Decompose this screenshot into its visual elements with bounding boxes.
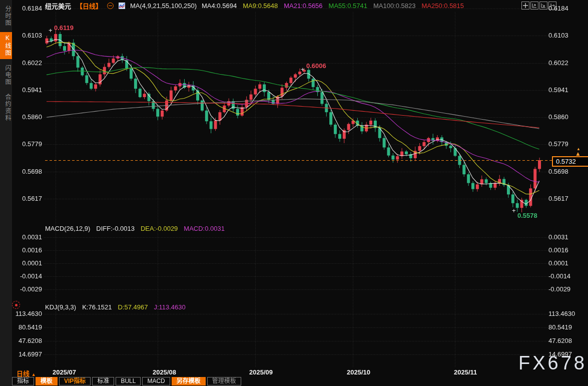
- main-axis-label-right-5: 0.5779: [548, 140, 579, 148]
- swing-high-marker: +: [49, 27, 53, 34]
- sidebar-item-kline[interactable]: K线图: [0, 32, 12, 59]
- main-axis-label-left-4: 0.5860: [11, 113, 42, 121]
- macd-hist-value: MACD:0.0031: [184, 225, 225, 232]
- x-axis-label-1: 2025/08: [153, 368, 176, 376]
- sidebar-item-tab3[interactable]: 合约资料: [0, 91, 12, 124]
- main-axis-label-right-2: 0.6022: [548, 59, 579, 67]
- kdj-j-value: J:113.4630: [154, 303, 185, 311]
- kdj-axis-label-right-3: 14.6997: [548, 350, 579, 358]
- ma-value-4: MA100:0.5823: [373, 2, 416, 10]
- x-axis-row: 日线 ▲ 2025/072025/082025/092025/102025/11: [0, 368, 588, 377]
- kdj-settings-label: KDJ(9,3,3): [45, 303, 76, 311]
- sidebar-item-tab0[interactable]: 分时图: [0, 3, 12, 29]
- period-tag: 【日线】: [76, 1, 102, 11]
- main-axis-label-left-6: 0.5698: [11, 168, 42, 175]
- scale-axis-left-icon[interactable]: [530, 2, 538, 10]
- main-axis-label-right-4: 0.5860: [548, 113, 579, 121]
- main-axis-label-left-1: 0.6103: [11, 32, 42, 39]
- symbol-title: 纽元美元: [45, 1, 71, 11]
- macd-axis-label-left-1: 0.0016: [11, 246, 42, 254]
- swing-low-marker: +: [512, 207, 516, 214]
- sidebar: 分时图K线图闪电图合约资料: [0, 0, 12, 386]
- scale-axis-right-icon[interactable]: [539, 2, 547, 10]
- kdj-axis-label-left-1: 80.5419: [11, 323, 42, 331]
- macd-dea-value: DEA:-0.0029: [141, 225, 178, 232]
- collapse-icon[interactable]: [107, 3, 114, 9]
- swing-low-annotation: 0.5578: [517, 212, 537, 219]
- kdj-d-value: D:57.4967: [118, 303, 148, 311]
- price-up-arrow-icon: ▲: [575, 151, 581, 157]
- x-axis-label-3: 2025/10: [347, 368, 370, 376]
- secondary-high-annotation: 0.6006: [306, 62, 326, 70]
- trading-app: 分时图K线图闪电图合约资料 纽元美元 【日线】 MA(4,9,21,55,100…: [0, 0, 588, 386]
- macd-diff-value: DIFF:-0.0013: [96, 225, 135, 232]
- period-selector-arrow-icon: ▲: [32, 372, 36, 377]
- main-axis-label-left-3: 0.5941: [11, 86, 42, 94]
- bottom-toolbar: 指标模板VIP指标标准BULLMACD另存模板管理模板: [12, 377, 241, 385]
- kdj-axis-label-left-3: 14.6997: [11, 350, 42, 358]
- main-axis-label-right-0: 0.6184: [548, 5, 579, 12]
- macd-settings-label: MACD(26,12,9): [45, 225, 90, 232]
- macd-axis-label-left-0: 0.0031: [11, 233, 42, 241]
- chart-header: 纽元美元 【日线】 MA(4,9,21,55,100,250) MA4:0.56…: [45, 1, 464, 11]
- toolbar-tab-7[interactable]: 管理模板: [207, 377, 241, 385]
- price-chart-canvas[interactable]: [0, 0, 588, 386]
- x-axis-label-4: 2025/11: [454, 368, 477, 376]
- toolbar-tab-0[interactable]: 指标: [12, 377, 34, 385]
- toolbar-tab-6[interactable]: 另存模板: [172, 377, 206, 385]
- x-axis-label-0: 2025/07: [53, 368, 76, 376]
- ma-value-0: MA4:0.5694: [202, 2, 237, 10]
- period-selector-label: 日线: [17, 370, 30, 377]
- x-axis-label-2: 2025/09: [249, 368, 273, 376]
- ma-values: MA4:0.5694MA9:0.5648MA21:0.5656MA55:0.57…: [202, 2, 464, 10]
- toolbar-tab-3[interactable]: 标准: [92, 377, 114, 385]
- kdj-axis-label-right-1: 80.5419: [548, 323, 579, 331]
- macd-header: MACD(26,12,9) DIFF:-0.0013 DEA:-0.0029 M…: [45, 225, 225, 232]
- kdj-axis-label-left-2: 47.6208: [11, 337, 42, 344]
- macd-axis-label-right-3: -0.0014: [548, 272, 579, 280]
- toolbar-tab-5[interactable]: MACD: [142, 377, 170, 385]
- toolbar-tab-2[interactable]: VIP指标: [59, 377, 91, 385]
- ma-value-2: MA21:0.5656: [284, 2, 322, 10]
- alert-icon[interactable]: [12, 301, 20, 309]
- ma-value-3: MA55:0.5741: [329, 2, 367, 10]
- ma-value-1: MA9:0.5648: [243, 2, 278, 10]
- main-axis-label-right-6: 0.5698: [548, 168, 579, 175]
- kdj-axis-label-left-0: 113.4630: [11, 310, 42, 317]
- main-axis-label-left-0: 0.6184: [11, 5, 42, 12]
- kdj-header: KDJ(9,3,3) K:76.1521 D:57.4967 J:113.463…: [45, 303, 186, 311]
- price-up-arrow-small-icon: ▲: [576, 147, 580, 151]
- macd-axis-label-right-2: 0.0001: [548, 259, 579, 267]
- macd-axis-label-right-4: -0.0029: [548, 285, 579, 293]
- macd-axis-label-right-1: 0.0016: [548, 246, 579, 254]
- swing-high-annotation: 0.6119: [54, 24, 74, 32]
- main-axis-label-right-1: 0.6103: [548, 32, 579, 39]
- sidebar-item-tab2[interactable]: 闪电图: [0, 62, 12, 88]
- macd-axis-label-left-4: -0.0029: [11, 285, 42, 293]
- macd-axis-label-left-2: 0.0001: [11, 259, 42, 267]
- macd-axis-label-right-0: 0.0031: [548, 233, 579, 241]
- secondary-high-marker: +: [301, 66, 305, 73]
- chart-style-icon[interactable]: [119, 3, 125, 9]
- last-price-tag: 0.5732: [552, 156, 588, 167]
- kdj-axis-label-right-2: 47.6208: [548, 337, 579, 344]
- move-chart-icon[interactable]: [521, 2, 529, 10]
- ma-settings-label: MA(4,9,21,55,100,250): [130, 2, 197, 10]
- main-axis-label-left-5: 0.5779: [11, 140, 42, 148]
- main-axis-label-right-3: 0.5941: [548, 86, 579, 94]
- toolbar-tab-1[interactable]: 模板: [36, 377, 58, 385]
- kdj-k-value: K:76.1521: [82, 303, 112, 311]
- main-axis-label-left-7: 0.5617: [11, 195, 42, 202]
- main-axis-label-left-2: 0.6022: [11, 59, 42, 67]
- ma-value-5: MA250:0.5815: [422, 2, 464, 10]
- alert-dot-core: [15, 304, 18, 306]
- toolbar-tab-4[interactable]: BULL: [116, 377, 141, 385]
- macd-axis-label-left-3: -0.0014: [11, 272, 42, 280]
- main-axis-label-right-7: 0.5617: [548, 195, 579, 202]
- kdj-axis-label-right-0: 113.4630: [548, 310, 579, 317]
